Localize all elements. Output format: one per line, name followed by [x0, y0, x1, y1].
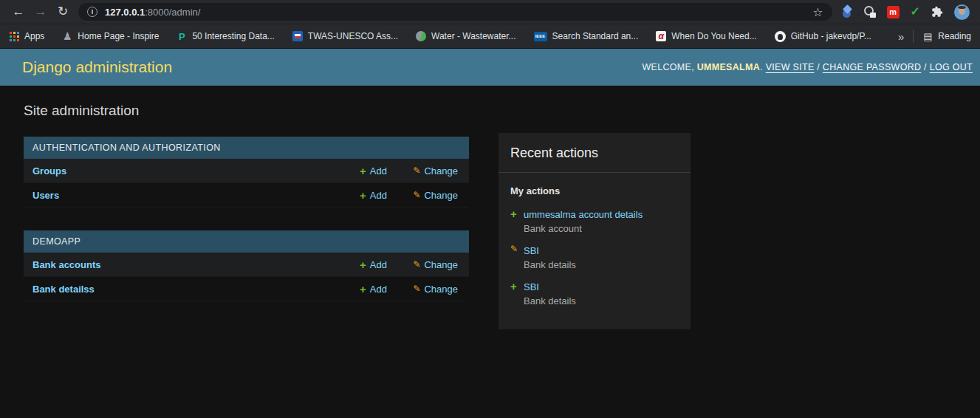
mendeley-extension-icon[interactable]: m — [887, 6, 900, 18]
list-item: ✎ SBI Bank details — [510, 244, 679, 270]
module-caption-link[interactable]: AUTHENTICATION AND AUTHORIZATION — [24, 137, 469, 159]
model-link-users[interactable]: Users — [32, 190, 338, 201]
add-plus-icon: + — [360, 165, 366, 177]
recent-actions-list: + ummesalma account details Bank account… — [510, 208, 679, 329]
blue-kite-extension-icon[interactable] — [841, 6, 853, 18]
reload-icon[interactable]: ↻ — [52, 0, 74, 24]
extensions-tray: m ✓ — [838, 4, 973, 20]
bookmark-label: Apps — [24, 31, 44, 41]
recent-action-link[interactable]: ummesalma account details — [524, 209, 643, 220]
back-icon[interactable]: ← — [7, 0, 30, 24]
pawn-icon: ♟ — [62, 30, 72, 42]
bookmark-item[interactable]: IEEE Search Standard an... — [534, 31, 639, 41]
bookmark-label: Home Page - Inspire — [78, 31, 159, 41]
bookmarks-bar: Apps ♟ Home Page - Inspire P 50 Interest… — [0, 24, 980, 48]
change-label: Change — [424, 284, 458, 295]
url-host: 127.0.0.1 — [105, 7, 145, 18]
recent-actions-title: Recent actions — [498, 133, 691, 173]
page-title: Site administration — [24, 103, 980, 119]
reading-list-icon: ▤ — [922, 31, 933, 42]
bookmark-star-icon[interactable]: ☆ — [812, 5, 823, 19]
add-groups-link[interactable]: +Add — [338, 165, 387, 177]
recent-action-object-type: Bank details — [524, 259, 679, 270]
add-users-link[interactable]: +Add — [338, 190, 387, 201]
extensions-puzzle-icon[interactable] — [931, 6, 943, 18]
model-link-bank-detailss[interactable]: Bank detailss — [32, 284, 338, 295]
add-plus-icon: + — [360, 259, 366, 270]
bookmark-label: 50 Interesting Data... — [192, 31, 274, 41]
change-bank-accounts-link[interactable]: ✎Change — [387, 259, 458, 270]
change-label: Change — [424, 190, 458, 201]
app-module-demoapp: DEMOAPP Bank accounts +Add ✎Change Bank … — [24, 230, 469, 301]
add-plus-icon: + — [360, 190, 366, 201]
change-pencil-icon: ✎ — [413, 284, 420, 293]
profile-avatar[interactable] — [954, 4, 970, 20]
bookmark-item[interactable]: TWAS-UNESCO Ass... — [292, 31, 398, 41]
admin-header: Django administration WELCOME, UMMESALMA… — [0, 49, 980, 86]
change-pencil-icon: ✎ — [413, 260, 420, 269]
recent-actions-panel: Recent actions My actions + ummesalma ac… — [498, 133, 691, 329]
log-out-link[interactable]: LOG OUT — [930, 62, 973, 72]
list-item: + SBI Bank details — [510, 280, 679, 306]
user-tools: WELCOME, UMMESALMA. VIEW SITE / CHANGE P… — [643, 62, 973, 72]
recent-action-object-type: Bank account — [524, 223, 679, 234]
add-bank-accounts-link[interactable]: +Add — [338, 259, 387, 270]
welcome-period: . — [760, 62, 766, 72]
recent-action-link[interactable]: SBI — [524, 281, 539, 292]
reading-list-label: Reading — [938, 31, 971, 41]
green-check-extension-icon[interactable]: ✓ — [911, 6, 920, 18]
user-tools-separator: / — [815, 62, 823, 72]
change-pencil-icon: ✎ — [510, 244, 518, 253]
bookmark-label: Water - Wastewater... — [431, 31, 515, 41]
table-row-bank-accounts: Bank accounts +Add ✎Change — [24, 253, 469, 277]
bookmark-label: TWAS-UNESCO Ass... — [308, 31, 398, 41]
table-row-groups: Groups +Add ✎Change — [24, 159, 469, 183]
change-pencil-icon: ✎ — [413, 166, 420, 175]
bookmark-item[interactable]: Water - Wastewater... — [416, 31, 515, 41]
admin-content: Site administration AUTHENTICATION AND A… — [0, 86, 980, 418]
add-plus-icon: + — [510, 208, 517, 219]
globe-icon — [416, 31, 426, 41]
change-pencil-icon: ✎ — [413, 191, 420, 199]
change-password-link[interactable]: CHANGE PASSWORD — [823, 62, 921, 72]
browser-toolbar: ← → ↻ 127.0.0.1 :8000/admin/ ☆ m ✓ — [0, 0, 980, 24]
add-plus-icon: + — [510, 281, 517, 292]
add-label: Add — [370, 190, 387, 201]
bookmark-item[interactable]: α When Do You Need... — [656, 31, 756, 41]
url-path: :8000/admin/ — [145, 7, 200, 18]
apps-shortcut[interactable]: Apps — [9, 31, 44, 41]
bookmarks-overflow-chevron-icon[interactable]: » — [898, 30, 904, 43]
address-bar[interactable]: 127.0.0.1 :8000/admin/ ☆ — [78, 3, 832, 21]
site-branding-link[interactable]: Django administration — [22, 58, 172, 76]
page-info-icon[interactable] — [87, 7, 97, 17]
forward-icon[interactable]: → — [30, 0, 52, 24]
browser-window: ← → ↻ 127.0.0.1 :8000/admin/ ☆ m ✓ Apps … — [0, 0, 980, 418]
twas-flag-icon — [292, 31, 303, 41]
bookmark-item[interactable]: ♟ Home Page - Inspire — [62, 30, 159, 42]
bookmark-label: When Do You Need... — [671, 31, 756, 41]
username: UMMESALMA — [697, 62, 760, 72]
add-label: Add — [370, 259, 387, 270]
reading-list-button[interactable]: ▤ Reading — [922, 31, 971, 42]
change-bank-detailss-link[interactable]: ✎Change — [387, 284, 458, 295]
bookmark-item[interactable]: P 50 Interesting Data... — [177, 31, 274, 42]
teal-logo-icon: P — [177, 31, 187, 42]
change-label: Change — [424, 165, 458, 177]
change-groups-link[interactable]: ✎Change — [387, 165, 458, 177]
recent-action-object-type: Bank details — [524, 295, 679, 306]
add-label: Add — [370, 165, 387, 177]
my-actions-subtitle: My actions — [510, 185, 679, 196]
add-label: Add — [370, 284, 387, 295]
github-icon — [775, 31, 786, 42]
add-bank-detailss-link[interactable]: +Add — [338, 284, 387, 295]
change-users-link[interactable]: ✎Change — [387, 190, 458, 201]
bookmark-label: GitHub - jakevdp/P... — [791, 31, 871, 41]
view-site-link[interactable]: VIEW SITE — [766, 62, 815, 72]
module-caption-link[interactable]: DEMOAPP — [24, 230, 469, 253]
model-link-groups[interactable]: Groups — [32, 165, 338, 177]
bookmark-item[interactable]: GitHub - jakevdp/P... — [775, 31, 871, 42]
recent-action-link[interactable]: SBI — [524, 245, 539, 256]
model-link-bank-accounts[interactable]: Bank accounts — [32, 259, 338, 270]
alpha-icon: α — [656, 31, 666, 41]
screenshot-extension-icon[interactable] — [864, 6, 876, 18]
